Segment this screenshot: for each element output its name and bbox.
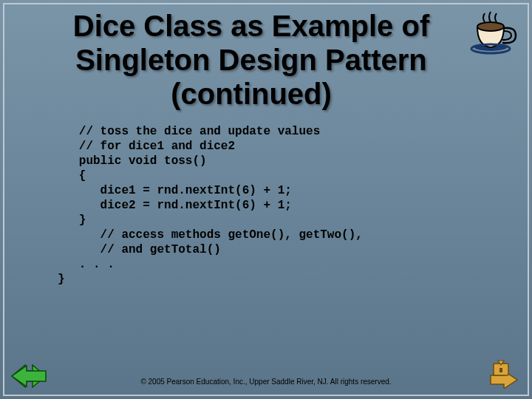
copyright-text: © 2005 Pearson Education, Inc., Upper Sa… [0,378,532,386]
coffee-cup-icon [468,6,522,59]
svg-rect-7 [499,368,502,372]
code-example: // toss the dice and update values // fo… [0,111,532,287]
svg-point-1 [477,22,504,31]
slide-title: Dice Class as Example of Singleton Desig… [0,0,532,111]
next-slide-button[interactable] [486,359,522,392]
